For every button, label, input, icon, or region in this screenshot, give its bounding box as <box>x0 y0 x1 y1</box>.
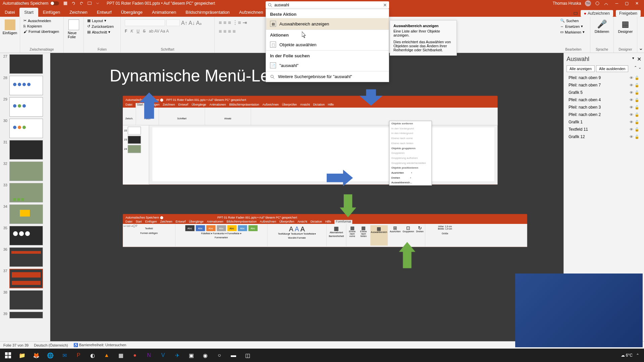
eye-icon[interactable]: 👁 <box>630 127 633 132</box>
app-icon[interactable]: ▬ <box>227 349 240 361</box>
selection-item[interactable]: Pfeil: nach oben 7👁🔓 <box>567 81 641 89</box>
thumbnail-panel[interactable]: 27 28 29 30 31 32 33 34 35 36 37 38 39 <box>0 53 50 355</box>
outlook-icon[interactable]: ✉ <box>58 349 71 361</box>
eye-icon[interactable]: 👁 <box>630 83 633 87</box>
blue-arrow-right[interactable] <box>327 170 353 186</box>
selection-item[interactable]: Pfeil: nach oben 4👁🔓 <box>567 96 641 104</box>
slide-thumbnail[interactable] <box>9 247 43 267</box>
more-results-item[interactable]: Weitere Suchergebnisse für "auswahl" <box>266 71 389 82</box>
lock-icon[interactable]: 🔓 <box>635 98 639 102</box>
selection-item[interactable]: Grafik 12👁🔓 <box>567 133 641 140</box>
ribbon-mode-icon[interactable] <box>573 11 578 16</box>
weather-widget[interactable]: ☁ 6°C <box>621 353 633 358</box>
slide-thumbnail[interactable] <box>9 162 43 181</box>
start-button[interactable] <box>1 349 15 361</box>
slide-thumbnail[interactable] <box>9 290 43 310</box>
tab-aufzeichnen[interactable]: Aufzeichnen <box>234 8 268 17</box>
eye-icon[interactable]: 👁 <box>630 120 633 124</box>
user-avatar[interactable]: TH <box>585 0 591 6</box>
new-slide-button[interactable]: Neue Folie <box>66 18 81 40</box>
find-button[interactable]: 🔍Suchen <box>559 18 587 23</box>
dictate-button[interactable]: 🎤 Diktieren <box>593 18 611 35</box>
paste-button[interactable]: Einfügen <box>3 18 17 36</box>
tab-bildschirm[interactable]: Bildschirmpräsentation <box>181 8 234 17</box>
app-icon-2[interactable] <box>604 1 608 6</box>
slide-editor[interactable]: Dynamische Menü-Leiste Automatisches Spe… <box>50 53 564 355</box>
share-button[interactable]: Freigeben <box>616 10 641 17</box>
layout-button[interactable]: ▦Layout ▾ <box>87 18 118 23</box>
redo-icon[interactable] <box>79 1 84 6</box>
slide-thumbnail[interactable] <box>9 204 43 224</box>
eye-icon[interactable]: 👁 <box>630 105 633 110</box>
cut-button[interactable]: ✂Ausschneiden <box>23 18 61 23</box>
action-select-objects[interactable]: ⬚ Objekte auswählen <box>266 39 389 50</box>
reorder-down-icon[interactable]: ⌄ <box>638 65 641 72</box>
onenote-icon[interactable]: N <box>142 349 156 361</box>
maximize-button[interactable]: ▢ <box>622 1 631 6</box>
app-icon[interactable]: ▣ <box>184 349 198 361</box>
search-clear[interactable]: ✕ <box>383 2 387 8</box>
tray-chevron-icon[interactable]: ⌃ <box>636 353 639 358</box>
slide-thumbnail[interactable] <box>9 119 43 138</box>
slide-thumbnail[interactable] <box>9 54 43 74</box>
lock-icon[interactable]: 🔓 <box>635 113 639 117</box>
slide-image-bottom[interactable]: Automatisches Speichern ⬤ PPT 01 Roter F… <box>123 214 527 247</box>
section-button[interactable]: ▤Abschnitt ▾ <box>87 29 118 35</box>
selection-item[interactable]: Grafik 5👁🔓 <box>567 89 641 96</box>
obs-icon[interactable]: ◉ <box>199 349 212 361</box>
select-button[interactable]: ▭Markieren ▾ <box>559 29 587 35</box>
tab-einfuegen[interactable]: Einfügen <box>38 8 65 17</box>
slide-thumbnail[interactable] <box>9 97 43 117</box>
app-icon[interactable]: ● <box>128 349 142 361</box>
eye-icon[interactable]: 👁 <box>630 76 633 80</box>
pane-dropdown-icon[interactable]: ▾ <box>632 56 634 62</box>
find-term-item[interactable]: 📄 "auswahl" <box>266 60 389 71</box>
lock-icon[interactable]: 🔓 <box>635 135 639 139</box>
slide-thumbnail[interactable] <box>9 140 43 160</box>
ribbon-collapse-icon[interactable]: ⌄ <box>639 45 643 51</box>
blue-arrow-up[interactable] <box>139 93 159 119</box>
slide-thumbnail-active[interactable] <box>9 269 43 288</box>
undo-icon[interactable] <box>71 1 76 6</box>
slide-thumbnail[interactable] <box>9 226 43 245</box>
language-indicator[interactable]: Deutsch (Österreich) <box>34 343 68 347</box>
app-icon[interactable]: ◐ <box>86 349 99 361</box>
record-button[interactable]: ●Aufzeichnen <box>581 10 613 17</box>
vlc-icon[interactable]: ▲ <box>100 349 113 361</box>
search-input[interactable] <box>272 3 383 7</box>
tab-datei[interactable]: Datei <box>0 8 19 17</box>
replace-button[interactable]: ↔Ersetzen ▾ <box>559 24 587 29</box>
tab-zeichnen[interactable]: Zeichnen <box>65 8 92 17</box>
slide-image-top[interactable]: Automatisches Speichern ⬤ PPT 01 Roter F… <box>123 96 497 185</box>
search-box[interactable]: ✕ <box>266 1 389 9</box>
slide-thumbnail[interactable] <box>9 312 43 318</box>
app-icon[interactable]: ○ <box>213 349 226 361</box>
tab-entwurf[interactable]: Entwurf <box>92 8 116 17</box>
eye-icon[interactable]: 👁 <box>630 90 633 95</box>
lock-icon[interactable]: 🔓 <box>635 105 639 110</box>
save-icon[interactable] <box>63 1 68 6</box>
app-icon[interactable]: ◫ <box>241 349 254 361</box>
slideshow-icon[interactable] <box>87 1 92 6</box>
slide-counter[interactable]: Folie 37 von 39 <box>3 343 29 347</box>
copy-button[interactable]: ⎘Kopieren <box>23 24 61 28</box>
hide-all-button[interactable]: Alle ausblenden <box>596 65 628 72</box>
best-action-item[interactable]: ▤ Auswahlbereich anzeigen <box>266 18 389 29</box>
green-arrow-up[interactable] <box>399 242 415 268</box>
app-icon[interactable]: ▦ <box>114 349 127 361</box>
powerpoint-icon[interactable]: P <box>72 349 85 361</box>
lock-icon[interactable]: 🔓 <box>635 127 639 132</box>
lock-icon[interactable]: 🔓 <box>635 76 639 80</box>
blue-arrow-down[interactable] <box>360 89 383 106</box>
reorder-up-icon[interactable]: ⌃ <box>634 65 637 72</box>
lock-icon[interactable]: 🔓 <box>635 83 639 87</box>
selection-item[interactable]: Pfeil: nach oben 3👁🔓 <box>567 104 641 111</box>
show-all-button[interactable]: Alle anzeigen <box>567 65 595 72</box>
lock-icon[interactable]: 🔓 <box>635 120 639 124</box>
slide-thumbnail[interactable] <box>9 183 43 202</box>
green-arrow-down[interactable] <box>340 194 356 218</box>
dropdown-icon[interactable] <box>95 1 100 6</box>
tab-start[interactable]: Start <box>19 8 38 17</box>
minimize-button[interactable]: ─ <box>612 1 621 6</box>
selection-item[interactable]: Pfeil: nach oben 9👁🔓 <box>567 74 641 81</box>
